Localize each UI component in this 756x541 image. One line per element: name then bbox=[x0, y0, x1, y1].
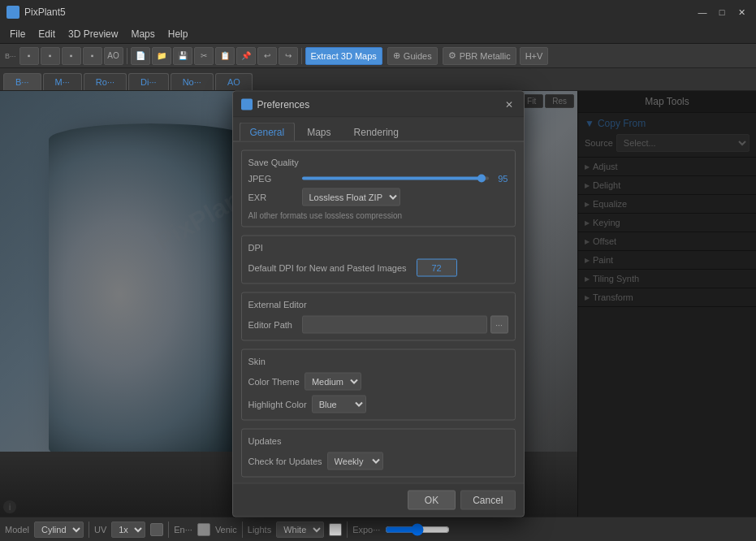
tab-b[interactable]: B··· bbox=[3, 73, 41, 90]
tabbar: B··· M··· Ro··· Di··· No··· AO bbox=[0, 68, 756, 91]
model-label: Model bbox=[5, 525, 29, 535]
menubar: File Edit 3D Preview Maps Help bbox=[0, 24, 756, 44]
save-quality-note: All other formats use lossless compressi… bbox=[248, 211, 508, 220]
preferences-dialog: Preferences ✕ General Maps Rendering Sav… bbox=[232, 91, 525, 517]
maximize-button[interactable]: □ bbox=[714, 4, 730, 20]
browse-button[interactable]: ··· bbox=[490, 316, 508, 334]
dpi-label: Default DPI for New and Pasted Images bbox=[248, 263, 407, 273]
jpeg-row: JPEG 95 bbox=[248, 174, 508, 184]
lights-select[interactable]: White bbox=[276, 522, 324, 538]
window-controls: — □ ✕ bbox=[694, 4, 750, 20]
prefs-title: Preferences bbox=[257, 98, 503, 110]
highlight-color-select[interactable]: Blue Green Orange Red bbox=[312, 396, 366, 413]
toolbar-b-label: B··· bbox=[3, 52, 18, 60]
close-button[interactable]: ✕ bbox=[733, 4, 750, 20]
color-theme-row: Color Theme Light Medium Dark bbox=[248, 373, 508, 391]
prefs-tab-maps[interactable]: Maps bbox=[296, 123, 341, 141]
tab-m[interactable]: M··· bbox=[43, 73, 82, 90]
sep4 bbox=[347, 522, 348, 538]
extract-3d-maps-button[interactable]: Extract 3D Maps bbox=[305, 47, 382, 65]
menu-help[interactable]: Help bbox=[162, 27, 195, 41]
toolbar-ao-btn[interactable]: AO bbox=[104, 47, 123, 65]
prefs-tab-general[interactable]: General bbox=[240, 123, 296, 141]
toolbar-new-btn[interactable]: 📄 bbox=[131, 47, 150, 65]
sep2 bbox=[168, 522, 169, 538]
titlebar: PixPlant5 — □ ✕ bbox=[0, 0, 756, 24]
tab-no[interactable]: No··· bbox=[171, 73, 214, 90]
toolbar-undo-btn[interactable]: ↩ bbox=[257, 47, 277, 65]
uv-increment-button[interactable] bbox=[150, 523, 163, 536]
toolbar-open-btn[interactable]: 📁 bbox=[152, 47, 171, 65]
modal-overlay: Preferences ✕ General Maps Rendering Sav… bbox=[0, 91, 756, 517]
external-editor-section: External Editor Editor Path ··· bbox=[241, 292, 516, 341]
menu-maps[interactable]: Maps bbox=[124, 27, 161, 41]
toolbar-r-btn[interactable]: ▪ bbox=[41, 47, 60, 65]
jpeg-slider[interactable] bbox=[302, 177, 489, 180]
uv-label: UV bbox=[94, 525, 106, 535]
tab-di[interactable]: Di··· bbox=[128, 73, 169, 90]
menu-edit[interactable]: Edit bbox=[32, 27, 62, 41]
toolbar-sep-1 bbox=[127, 48, 127, 64]
jpeg-value: 95 bbox=[492, 174, 508, 184]
cancel-button[interactable]: Cancel bbox=[460, 491, 515, 510]
dpi-title: DPI bbox=[248, 243, 508, 253]
path-row: ··· bbox=[302, 316, 508, 334]
prefs-tabs: General Maps Rendering bbox=[233, 118, 524, 142]
exr-select[interactable]: Lossless Float ZIP Float ZIP Half ZIP Fl… bbox=[302, 188, 400, 206]
prefs-close-button[interactable]: ✕ bbox=[503, 97, 516, 110]
ok-button[interactable]: OK bbox=[408, 491, 456, 510]
color-theme-select[interactable]: Light Medium Dark bbox=[305, 373, 361, 391]
skin-title: Skin bbox=[248, 357, 508, 366]
tab-ro[interactable]: Ro··· bbox=[84, 73, 127, 90]
env-label: En··· bbox=[174, 525, 192, 535]
prefs-icon bbox=[241, 98, 253, 110]
app-icon bbox=[6, 6, 19, 19]
sep3 bbox=[242, 522, 243, 538]
toolbar-redo-btn[interactable]: ↪ bbox=[279, 47, 298, 65]
prefs-content: Save Quality JPEG 95 EXR Loss bbox=[233, 142, 524, 483]
prefs-titlebar: Preferences ✕ bbox=[233, 92, 524, 118]
prefs-tab-rendering[interactable]: Rendering bbox=[343, 123, 409, 141]
jpeg-slider-thumb bbox=[477, 175, 486, 183]
exposure-slider[interactable] bbox=[385, 525, 450, 535]
toolbar-m-btn[interactable]: ▪ bbox=[19, 47, 39, 65]
pbr-metallic-button[interactable]: ⚙ PBR Metallic bbox=[443, 47, 516, 65]
save-quality-title: Save Quality bbox=[248, 158, 508, 167]
toolbar-cut-btn[interactable]: ✂ bbox=[194, 47, 214, 65]
jpeg-label: JPEG bbox=[248, 174, 297, 184]
editor-path-row: Editor Path ··· bbox=[248, 316, 508, 334]
dpi-input[interactable] bbox=[417, 259, 457, 277]
sep1 bbox=[89, 522, 89, 538]
jpeg-slider-container: 95 bbox=[302, 174, 508, 184]
check-updates-row: Check for Updates Never Daily Weekly Mon… bbox=[248, 452, 508, 470]
toolbar-d-btn[interactable]: ▪ bbox=[62, 47, 81, 65]
guides-button[interactable]: ⊕ Guides bbox=[387, 47, 438, 65]
toolbar-paste-btn[interactable]: 📌 bbox=[236, 47, 256, 65]
toolbar-n-btn[interactable]: ▪ bbox=[83, 47, 102, 65]
tab-ao[interactable]: AO bbox=[215, 73, 253, 90]
lights-color-swatch[interactable] bbox=[329, 523, 342, 536]
material-label: Venic bbox=[215, 525, 237, 535]
exr-row: EXR Lossless Float ZIP Float ZIP Half ZI… bbox=[248, 188, 508, 206]
toolbar-copy-btn[interactable]: 📋 bbox=[215, 47, 235, 65]
lights-label: Lights bbox=[248, 525, 271, 535]
highlight-color-label: Highlight Color bbox=[248, 400, 307, 409]
skin-section: Skin Color Theme Light Medium Dark Highl… bbox=[241, 349, 516, 421]
minimize-button[interactable]: — bbox=[694, 4, 711, 20]
hv-button[interactable]: H+V bbox=[520, 47, 549, 65]
menu-3dpreview[interactable]: 3D Preview bbox=[62, 27, 124, 41]
check-updates-select[interactable]: Never Daily Weekly Monthly bbox=[327, 452, 383, 470]
model-select[interactable]: Cylind bbox=[34, 522, 84, 538]
external-editor-title: External Editor bbox=[248, 300, 508, 309]
menu-file[interactable]: File bbox=[3, 27, 32, 41]
uv-select[interactable]: 1x bbox=[111, 522, 145, 538]
toolbar: B··· ▪ ▪ ▪ ▪ AO 📄 📁 💾 ✂ 📋 📌 ↩ ↪ Extract … bbox=[0, 44, 756, 68]
updates-section: Updates Check for Updates Never Daily We… bbox=[241, 429, 516, 478]
highlight-color-row: Highlight Color Blue Green Orange Red bbox=[248, 396, 508, 413]
env-color-swatch[interactable] bbox=[197, 523, 210, 536]
editor-path-input[interactable] bbox=[302, 316, 487, 334]
toolbar-save-btn[interactable]: 💾 bbox=[173, 47, 192, 65]
exr-label: EXR bbox=[248, 193, 297, 202]
toolbar-sep-2 bbox=[301, 48, 302, 64]
dpi-row: Default DPI for New and Pasted Images bbox=[248, 259, 508, 277]
